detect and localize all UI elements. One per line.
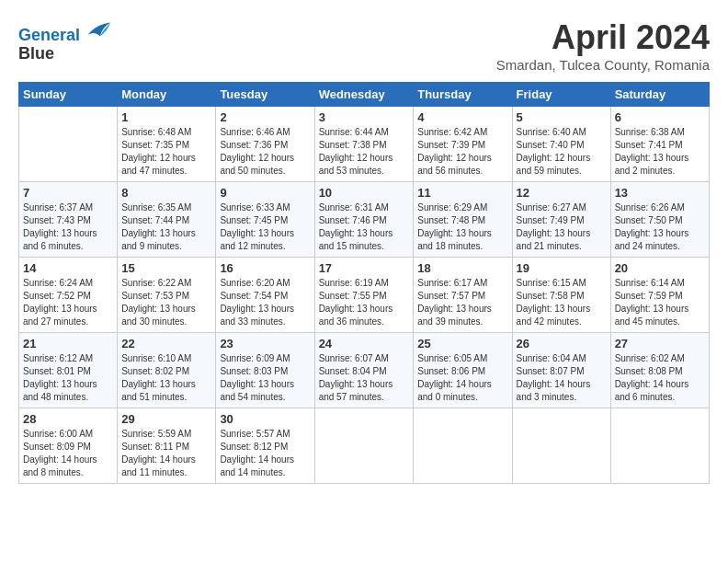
calendar-cell: 13Sunrise: 6:26 AMSunset: 7:50 PMDayligh… xyxy=(610,182,709,258)
day-info: Sunrise: 6:35 AMSunset: 7:44 PMDaylight:… xyxy=(121,201,211,253)
day-info: Sunrise: 6:17 AMSunset: 7:57 PMDaylight:… xyxy=(417,277,507,328)
calendar-cell: 11Sunrise: 6:29 AMSunset: 7:48 PMDayligh… xyxy=(414,182,512,258)
logo-text: General Blue xyxy=(18,18,112,63)
calendar-week-3: 14Sunrise: 6:24 AMSunset: 7:52 PMDayligh… xyxy=(19,258,710,333)
calendar-cell: 8Sunrise: 6:35 AMSunset: 7:44 PMDaylight… xyxy=(118,182,216,258)
day-info: Sunrise: 6:40 AMSunset: 7:40 PMDaylight:… xyxy=(517,126,607,178)
day-info: Sunrise: 6:20 AMSunset: 7:54 PMDaylight:… xyxy=(220,277,310,328)
day-info: Sunrise: 6:09 AMSunset: 8:03 PMDaylight:… xyxy=(220,352,310,404)
calendar-cell: 28Sunrise: 6:00 AMSunset: 8:09 PMDayligh… xyxy=(19,408,118,484)
location-subtitle: Smardan, Tulcea County, Romania xyxy=(496,57,710,73)
calendar-table: SundayMondayTuesdayWednesdayThursdayFrid… xyxy=(18,82,710,484)
month-title: April 2024 xyxy=(496,18,710,57)
calendar-cell xyxy=(414,408,512,484)
header-monday: Monday xyxy=(118,83,216,107)
calendar-cell: 3Sunrise: 6:44 AMSunset: 7:38 PMDaylight… xyxy=(314,107,414,182)
day-number: 10 xyxy=(319,186,410,200)
day-info: Sunrise: 6:42 AMSunset: 7:39 PMDaylight:… xyxy=(417,126,507,178)
calendar-cell: 22Sunrise: 6:10 AMSunset: 8:02 PMDayligh… xyxy=(118,333,216,408)
day-number: 13 xyxy=(615,186,705,200)
day-info: Sunrise: 5:57 AMSunset: 8:12 PMDaylight:… xyxy=(220,428,310,479)
day-info: Sunrise: 6:14 AMSunset: 7:59 PMDaylight:… xyxy=(615,277,705,328)
day-number: 2 xyxy=(220,110,310,124)
day-number: 27 xyxy=(615,337,705,350)
day-info: Sunrise: 6:26 AMSunset: 7:50 PMDaylight:… xyxy=(615,201,705,253)
day-number: 24 xyxy=(319,337,410,350)
day-info: Sunrise: 6:04 AMSunset: 8:07 PMDaylight:… xyxy=(517,352,607,404)
calendar-cell: 30Sunrise: 5:57 AMSunset: 8:12 PMDayligh… xyxy=(216,408,314,484)
day-info: Sunrise: 6:15 AMSunset: 7:58 PMDaylight:… xyxy=(517,277,607,328)
calendar-cell: 5Sunrise: 6:40 AMSunset: 7:40 PMDaylight… xyxy=(512,107,610,182)
day-number: 20 xyxy=(615,261,705,275)
day-info: Sunrise: 6:29 AMSunset: 7:48 PMDaylight:… xyxy=(417,201,507,253)
day-number: 28 xyxy=(23,412,113,426)
calendar-cell xyxy=(610,408,709,484)
day-number: 16 xyxy=(220,261,310,275)
calendar-cell: 16Sunrise: 6:20 AMSunset: 7:54 PMDayligh… xyxy=(216,258,314,333)
calendar-cell: 26Sunrise: 6:04 AMSunset: 8:07 PMDayligh… xyxy=(512,333,610,408)
calendar-cell: 10Sunrise: 6:31 AMSunset: 7:46 PMDayligh… xyxy=(314,182,414,258)
calendar-week-5: 28Sunrise: 6:00 AMSunset: 8:09 PMDayligh… xyxy=(19,408,710,484)
calendar-cell: 7Sunrise: 6:37 AMSunset: 7:43 PMDaylight… xyxy=(19,182,118,258)
day-info: Sunrise: 6:48 AMSunset: 7:35 PMDaylight:… xyxy=(121,126,211,178)
calendar-cell: 24Sunrise: 6:07 AMSunset: 8:04 PMDayligh… xyxy=(314,333,414,408)
header-wednesday: Wednesday xyxy=(314,83,414,107)
day-number: 11 xyxy=(417,186,507,200)
day-number: 19 xyxy=(517,261,607,275)
header-sunday: Sunday xyxy=(19,83,118,107)
day-number: 14 xyxy=(23,261,113,275)
calendar-cell: 17Sunrise: 6:19 AMSunset: 7:55 PMDayligh… xyxy=(314,258,414,333)
day-info: Sunrise: 6:37 AMSunset: 7:43 PMDaylight:… xyxy=(23,201,113,253)
day-info: Sunrise: 6:24 AMSunset: 7:52 PMDaylight:… xyxy=(23,277,113,328)
page-header: General Blue April 2024 Smardan, Tulcea … xyxy=(18,18,710,73)
calendar-cell: 29Sunrise: 5:59 AMSunset: 8:11 PMDayligh… xyxy=(118,408,216,484)
calendar-cell: 20Sunrise: 6:14 AMSunset: 7:59 PMDayligh… xyxy=(610,258,709,333)
calendar-cell xyxy=(314,408,414,484)
day-info: Sunrise: 6:07 AMSunset: 8:04 PMDaylight:… xyxy=(319,352,410,404)
day-info: Sunrise: 6:44 AMSunset: 7:38 PMDaylight:… xyxy=(319,126,410,178)
calendar-week-4: 21Sunrise: 6:12 AMSunset: 8:01 PMDayligh… xyxy=(19,333,710,408)
day-number: 30 xyxy=(220,412,310,426)
day-number: 12 xyxy=(517,186,607,200)
day-info: Sunrise: 6:27 AMSunset: 7:49 PMDaylight:… xyxy=(517,201,607,253)
calendar-cell xyxy=(512,408,610,484)
calendar-cell: 18Sunrise: 6:17 AMSunset: 7:57 PMDayligh… xyxy=(414,258,512,333)
day-number: 6 xyxy=(615,110,705,124)
calendar-week-1: 1Sunrise: 6:48 AMSunset: 7:35 PMDaylight… xyxy=(19,107,710,182)
calendar-cell xyxy=(19,107,118,182)
calendar-cell: 12Sunrise: 6:27 AMSunset: 7:49 PMDayligh… xyxy=(512,182,610,258)
day-info: Sunrise: 5:59 AMSunset: 8:11 PMDaylight:… xyxy=(121,428,211,479)
calendar-cell: 6Sunrise: 6:38 AMSunset: 7:41 PMDaylight… xyxy=(610,107,709,182)
day-info: Sunrise: 6:05 AMSunset: 8:06 PMDaylight:… xyxy=(417,352,507,404)
calendar-cell: 21Sunrise: 6:12 AMSunset: 8:01 PMDayligh… xyxy=(19,333,118,408)
calendar-cell: 23Sunrise: 6:09 AMSunset: 8:03 PMDayligh… xyxy=(216,333,314,408)
day-number: 23 xyxy=(220,337,310,350)
day-number: 29 xyxy=(121,412,211,426)
calendar-cell: 19Sunrise: 6:15 AMSunset: 7:58 PMDayligh… xyxy=(512,258,610,333)
header-friday: Friday xyxy=(512,83,610,107)
calendar-cell: 25Sunrise: 6:05 AMSunset: 8:06 PMDayligh… xyxy=(414,333,512,408)
calendar-cell: 4Sunrise: 6:42 AMSunset: 7:39 PMDaylight… xyxy=(414,107,512,182)
day-number: 26 xyxy=(517,337,607,350)
day-number: 25 xyxy=(417,337,507,350)
day-number: 17 xyxy=(319,261,410,275)
title-block: April 2024 Smardan, Tulcea County, Roman… xyxy=(496,18,710,73)
day-number: 15 xyxy=(121,261,211,275)
day-number: 9 xyxy=(220,186,310,200)
day-info: Sunrise: 6:02 AMSunset: 8:08 PMDaylight:… xyxy=(615,352,705,404)
day-number: 1 xyxy=(121,110,211,124)
day-info: Sunrise: 6:22 AMSunset: 7:53 PMDaylight:… xyxy=(121,277,211,328)
calendar-header-row: SundayMondayTuesdayWednesdayThursdayFrid… xyxy=(19,83,710,107)
day-number: 7 xyxy=(23,186,113,200)
header-thursday: Thursday xyxy=(414,83,512,107)
calendar-body: 1Sunrise: 6:48 AMSunset: 7:35 PMDaylight… xyxy=(19,107,710,484)
calendar-week-2: 7Sunrise: 6:37 AMSunset: 7:43 PMDaylight… xyxy=(19,182,710,258)
calendar-cell: 1Sunrise: 6:48 AMSunset: 7:35 PMDaylight… xyxy=(118,107,216,182)
day-number: 5 xyxy=(517,110,607,124)
day-info: Sunrise: 6:31 AMSunset: 7:46 PMDaylight:… xyxy=(319,201,410,253)
day-number: 4 xyxy=(417,110,507,124)
header-saturday: Saturday xyxy=(610,83,709,107)
logo: General Blue xyxy=(18,18,112,63)
day-number: 22 xyxy=(121,337,211,350)
day-number: 18 xyxy=(417,261,507,275)
